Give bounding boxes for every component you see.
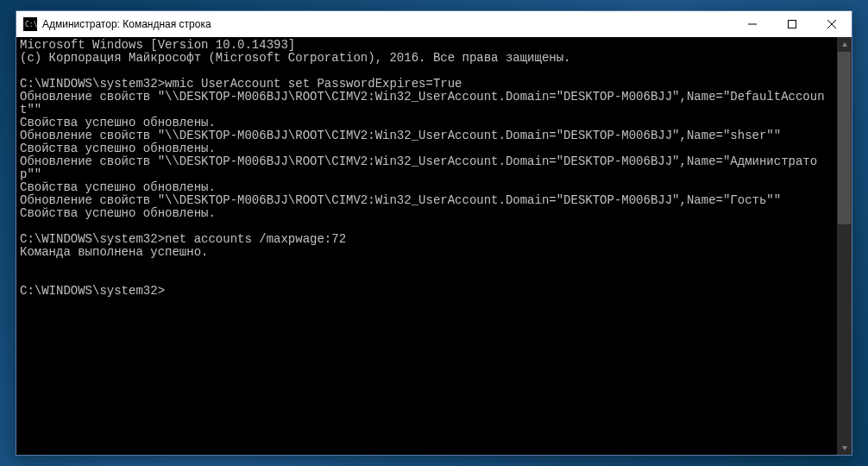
terminal-output[interactable]: Microsoft Windows [Version 10.0.14393] (… [16,37,837,455]
svg-marker-7 [842,446,847,450]
output-line: Обновление свойств "\\DESKTOP-M006BJJ\RO… [20,90,825,116]
output-line: Свойства успешно обновлены. [20,180,216,194]
header-line: Microsoft Windows [Version 10.0.14393] [20,38,295,52]
window-controls [733,11,852,37]
scroll-down-icon[interactable] [837,440,852,455]
svg-rect-3 [789,21,796,28]
output-line: Обновление свойств "\\DESKTOP-M006BJJ\RO… [20,193,781,207]
svg-marker-6 [842,42,847,47]
cmd-icon: C:\ [23,17,37,31]
titlebar[interactable]: C:\ Администратор: Командная строка [16,11,852,37]
prompt-text: C:\WINDOWS\system32> [20,232,165,246]
prompt-text: C:\WINDOWS\system32> [20,284,165,298]
scroll-up-icon[interactable] [837,37,852,52]
output-line: Свойства успешно обновлены. [20,142,216,155]
command-text: wmic UserAccount set PasswordExpires=Tru… [165,77,462,91]
output-line: Команда выполнена успешно. [20,245,208,259]
header-line: (c) Корпорация Майкрософт (Microsoft Cor… [20,51,571,65]
prompt-text: C:\WINDOWS\system32> [20,77,165,91]
scrollbar[interactable] [837,37,852,455]
maximize-button[interactable] [772,11,812,37]
svg-text:C:\: C:\ [25,21,37,28]
window-title: Администратор: Командная строка [42,18,733,30]
minimize-button[interactable] [733,11,772,37]
command-prompt-window: C:\ Администратор: Командная строка Micr… [16,10,852,456]
output-line: Свойства успешно обновлены. [20,206,216,220]
output-line: Обновление свойств "\\DESKTOP-M006BJJ\RO… [20,154,817,181]
command-text: net accounts /maxpwage:72 [165,232,346,246]
scrollbar-thumb[interactable] [838,52,851,224]
output-line: Обновление свойств "\\DESKTOP-M006BJJ\RO… [20,129,781,142]
output-line: Свойства успешно обновлены. [20,116,216,129]
close-button[interactable] [812,11,852,37]
terminal-area: Microsoft Windows [Version 10.0.14393] (… [16,37,852,455]
